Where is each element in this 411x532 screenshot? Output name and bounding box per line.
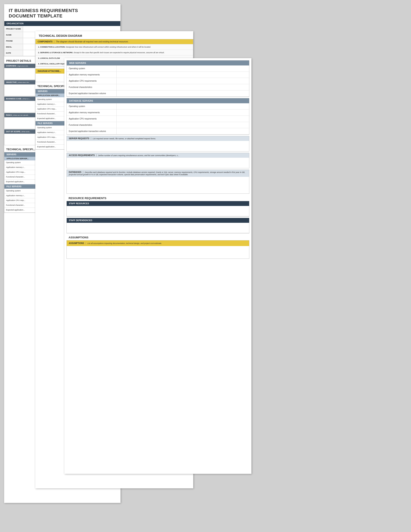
staff-dependencies-header: STAFF DEPENDENCIES (67, 218, 249, 223)
access-req-header: ACCESS REQUIREMENTS | Define number of u… (67, 153, 249, 158)
app-memory-label2-p1: Application memory r... (4, 193, 38, 198)
db-exp-trans-label: Expected application transaction volume (67, 128, 116, 134)
app-memory-label-p2: Application memory r... (36, 102, 69, 107)
staff-resources-header: STAFF RESOURCES (67, 201, 249, 206)
db-os-value[interactable] (116, 103, 249, 109)
page-title: IT BUSINESS REQUIREMENTSDOCUMENT TEMPLAT… (4, 4, 121, 21)
app-memory-label2-p2: Application memory r... (36, 130, 69, 135)
staff-dependencies-body[interactable] (67, 223, 249, 233)
email-label: EMAIL (4, 44, 23, 50)
project-name-label: PROJECT NAME (4, 26, 23, 32)
app-cpu-label-p1: Application CPU requ... (4, 170, 38, 175)
db-app-cpu-label: Application CPU requirements (67, 116, 116, 122)
assumptions-title: ASSUMPTIONS (67, 234, 249, 240)
app-memory-label-p1: Application memory r... (4, 165, 38, 170)
db-app-memory-label: Application memory requirements (67, 110, 116, 115)
name-label: NAME (4, 32, 23, 38)
web-os-value[interactable] (116, 66, 249, 71)
db-func-char-value[interactable] (116, 122, 249, 128)
os-label-p1: Operating system (4, 161, 38, 165)
project-name-value[interactable] (23, 26, 120, 32)
web-os-label: Operating system (67, 66, 116, 71)
item2: 2. SERVERS & STORAGE & NETWORK: Except i… (36, 50, 193, 56)
item1: 1. CONNECTION & LOCATION: Designate how … (36, 44, 193, 50)
assumptions-header: ASSUMPTIONS | List all assumptions impac… (67, 240, 249, 246)
os-label-p2: Operating system (36, 97, 69, 102)
web-servers-header: WEB SERVERS (67, 60, 249, 66)
db-exp-trans-value[interactable] (116, 128, 249, 134)
db-app-cpu-value[interactable] (116, 116, 249, 122)
org-header: ORGANIZATION (4, 21, 120, 26)
staff-resources-body[interactable] (67, 206, 249, 216)
resource-req-title: RESOURCE REQUIREMENTS (67, 194, 249, 201)
func-char-label-p2: Functional characteri... (36, 112, 69, 116)
p2-title: TECHNICAL DESIGN DIAGRAM (35, 31, 193, 39)
exp-trans-label-p1: Expected application... (4, 180, 38, 184)
components-header: COMPONENTS | The diagram should illustra… (36, 39, 193, 44)
page3-document: WEB SERVERS Operating system Application… (64, 58, 251, 474)
web-exp-trans-value[interactable] (116, 90, 249, 96)
date-label: DATE (4, 50, 23, 56)
server-requests-body[interactable] (67, 141, 249, 151)
app-cpu-label-p2: Application CPU requ... (36, 107, 69, 111)
web-exp-trans-label: Expected application transaction volume (67, 90, 116, 96)
db-os-label: Operating system (67, 103, 116, 109)
os-label2-p2: Operating system (36, 125, 69, 130)
web-func-char-label: Functional characteristics (67, 84, 116, 90)
databases-header: DATABASES | Describe each database requi… (67, 170, 249, 177)
exp-trans-label-p2: Expected application... (36, 116, 69, 121)
func-char-label2-p2: Functional characteri... (36, 140, 69, 144)
db-app-memory-value[interactable] (116, 110, 249, 115)
assumptions-body[interactable] (67, 246, 249, 258)
phone-label: PHONE (4, 38, 23, 44)
server-requests-header: SERVER REQUESTS | List required server n… (67, 136, 249, 141)
db-servers-header: DATABASE SERVERS (67, 98, 249, 103)
access-req-body[interactable] (67, 158, 249, 168)
databases-body[interactable] (67, 177, 249, 193)
web-func-char-value[interactable] (116, 84, 249, 90)
db-func-char-label: Functional characteristics (67, 122, 116, 128)
exp-trans-label2-p1: Expected application... (4, 208, 38, 212)
func-char-label-p1: Functional characteri... (4, 175, 38, 179)
app-cpu-label2-p2: Application CPU requ... (36, 135, 69, 140)
os-label2-p1: Operating system (4, 189, 38, 193)
app-cpu-label2-p1: Application CPU requ... (4, 198, 38, 203)
web-app-memory-value[interactable] (116, 72, 249, 78)
exp-trans-label2-p2: Expected application... (36, 145, 69, 149)
web-app-memory-label: Application memory requirements (67, 72, 116, 78)
func-char-label2-p1: Functional characteri... (4, 203, 38, 208)
web-app-cpu-value[interactable] (116, 78, 249, 84)
web-app-cpu-label: Application CPU requirements (67, 78, 116, 84)
